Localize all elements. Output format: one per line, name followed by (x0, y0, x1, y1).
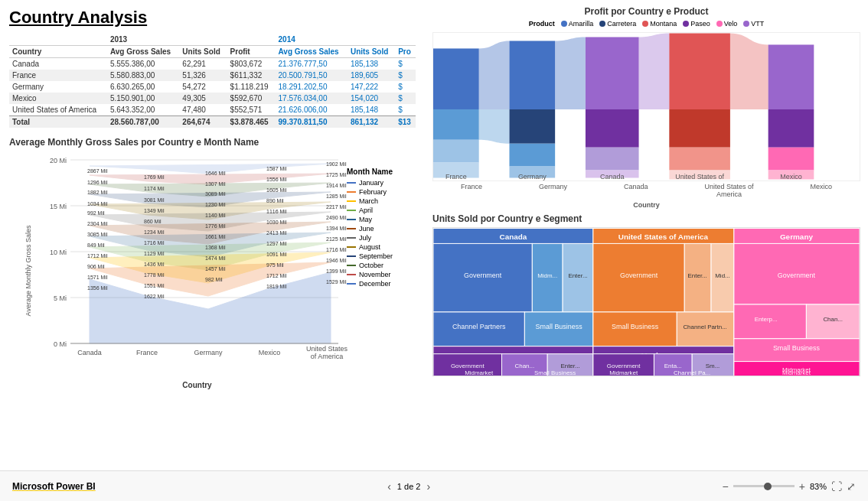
svg-rect-90 (433, 140, 479, 163)
table-row: United States of America 5.643.352,00 47… (9, 104, 416, 116)
svg-text:5 Mi: 5 Mi (54, 294, 67, 302)
y-axis-container: Average Monthly Gross Sales (9, 152, 47, 389)
svg-text:1140 Mil: 1140 Mil (205, 213, 226, 218)
right-panel: Profit por Country e Product Product Ama… (425, 0, 868, 470)
zoom-controls: − + 83% ⛶ ⤢ (723, 480, 856, 493)
legend-dot (347, 237, 356, 239)
svg-text:Germany: Germany (518, 173, 547, 181)
svg-text:Channel Pa...: Channel Pa... (674, 369, 710, 376)
cell-profit2014: $ (395, 81, 416, 93)
th-profit-2013: Profit (227, 46, 276, 58)
svg-text:1174 Mil: 1174 Mil (144, 186, 165, 191)
powerbi-label: Microsoft Power BI (12, 481, 96, 492)
data-table: 2013 2014 Country Avg Gross Sales Units … (9, 34, 416, 128)
cell-profit2013: $3.878.465 (227, 116, 276, 129)
legend-carretera: Carretera (599, 20, 636, 28)
legend-item: August (347, 243, 416, 251)
area-chart-svg: 20 Mi 15 Mi 10 Mi 5 Mi 0 Mi (47, 152, 346, 378)
svg-text:Government: Government (607, 363, 641, 369)
svg-text:1551 Mil: 1551 Mil (144, 283, 165, 288)
legend-item: May (347, 216, 416, 223)
svg-text:Mexico: Mexico (780, 173, 801, 181)
cell-units2014: 147,222 (348, 81, 395, 93)
zoom-in-button[interactable]: + (799, 480, 805, 493)
svg-text:3089 Mil: 3089 Mil (205, 191, 226, 197)
product-label: Product (529, 20, 555, 28)
svg-rect-93 (509, 109, 555, 144)
expand-button[interactable]: ⤢ (847, 480, 856, 493)
svg-text:Government: Government (451, 363, 485, 369)
amarilla-dot (561, 21, 567, 27)
legend-label: July (359, 234, 371, 242)
svg-text:Enter...: Enter... (560, 363, 579, 369)
next-page-button[interactable]: › (426, 480, 430, 493)
cell-units2013: 62,291 (179, 58, 227, 70)
cell-profit2013: $803,672 (227, 58, 276, 70)
svg-text:of America: of America (311, 353, 344, 360)
svg-text:1776 Mil: 1776 Mil (205, 223, 226, 229)
svg-text:Midmarket: Midmarket (609, 369, 638, 376)
year-2013: 2013 (107, 34, 276, 46)
zoom-slider[interactable] (733, 485, 795, 487)
cell-profit2013: $1.118.219 (227, 81, 276, 93)
svg-text:Mexico: Mexico (259, 349, 281, 356)
svg-rect-98 (586, 148, 639, 171)
zoom-out-button[interactable]: − (723, 480, 729, 493)
th-profit-2014: Pro (395, 46, 416, 58)
svg-text:1571 Mil: 1571 Mil (87, 275, 108, 280)
legend-item: March (347, 197, 416, 205)
legend-label: December (359, 280, 391, 288)
left-panel: Country Analysis 2013 2014 Country Avg G… (0, 0, 425, 470)
svg-text:France: France (445, 173, 467, 181)
svg-rect-89 (433, 109, 479, 140)
svg-text:Germany: Germany (194, 349, 223, 356)
product-legend: Product Amarilla Carretera Montana (432, 20, 860, 28)
svg-text:15 Mi: 15 Mi (50, 203, 67, 210)
legend-label: October (359, 262, 383, 269)
svg-rect-100 (669, 34, 730, 109)
cell-avg2013: 28.560.787,00 (107, 116, 179, 129)
cell-avg2014: 99.370.811,50 (276, 116, 348, 129)
country-mexico: Mexico (810, 183, 832, 198)
svg-text:Government: Government (464, 272, 502, 279)
main-container: Country Analysis 2013 2014 Country Avg G… (0, 0, 868, 501)
svg-text:1587 Mil: 1587 Mil (266, 166, 287, 171)
legend-paseo: Paseo (683, 20, 710, 28)
profit-sankey-svg: France Germany Canada United States of M… (433, 33, 860, 182)
nav-controls: ‹ 1 de 2 › (387, 480, 430, 493)
powerbi-logo[interactable]: Microsoft Power BI (12, 481, 96, 492)
legend-dot (347, 246, 356, 248)
table-row: France 5.580.883,00 51,326 $611,332 20.5… (9, 70, 416, 81)
svg-text:1349 Mil: 1349 Mil (144, 208, 165, 213)
legend-title: Month Name (347, 168, 416, 176)
zoom-percent: 83% (810, 482, 827, 491)
legend-item: September (347, 252, 416, 260)
svg-text:Government: Government (620, 272, 658, 279)
svg-rect-102 (669, 148, 730, 171)
svg-text:1646 Mil: 1646 Mil (205, 171, 226, 176)
legend-label: November (359, 271, 391, 278)
svg-text:860 Mil: 860 Mil (144, 219, 162, 224)
svg-text:Midmarket: Midmarket (465, 369, 494, 376)
prev-page-button[interactable]: ‹ (387, 480, 391, 493)
svg-text:3081 Mil: 3081 Mil (144, 197, 165, 203)
legend-dot (347, 182, 356, 184)
zoom-handle[interactable] (764, 483, 772, 490)
svg-text:1297 Mil: 1297 Mil (266, 241, 287, 246)
legend-item: November (347, 271, 416, 278)
cell-units2014: 861,132 (348, 116, 395, 129)
cell-country: United States of America (9, 104, 107, 116)
cell-avg2014: 20.500.791,50 (276, 70, 348, 81)
svg-rect-94 (509, 144, 555, 167)
svg-text:Small Business: Small Business (536, 323, 583, 330)
svg-text:Chan...: Chan... (823, 316, 843, 323)
country-axis: France Germany Canada United States ofAm… (432, 183, 860, 198)
cell-units2014: 185,138 (348, 58, 395, 70)
chart-svg-container: 20 Mi 15 Mi 10 Mi 5 Mi 0 Mi (47, 152, 347, 389)
fullscreen-button[interactable]: ⛶ (831, 480, 842, 493)
svg-text:Enter...: Enter... (568, 272, 587, 279)
y-axis-label: Average Monthly Gross Sales (24, 226, 32, 317)
svg-text:1661 Mil: 1661 Mil (205, 234, 226, 239)
legend-item: July (347, 234, 416, 242)
svg-text:1712 Mil: 1712 Mil (87, 253, 108, 259)
